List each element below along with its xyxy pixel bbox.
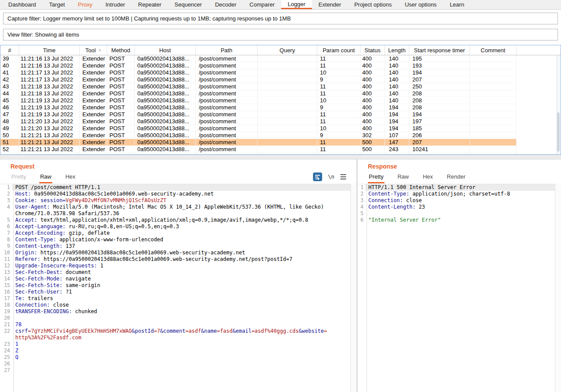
column-header-start-response-timer[interactable]: Start response timer [409,45,470,55]
log-row-50[interactable]: 5011:21:21 13 Jul 2022ExtenderPOST0a9500… [0,132,517,139]
log-row-47[interactable]: 4711:21:19 13 Jul 2022ExtenderPOST0a9500… [0,111,517,118]
capture-filter-bar[interactable]: Capture filter: Logger memory limit set … [3,13,558,24]
cell-time: 11:21:21 13 Jul 2022 [19,139,80,145]
request-tab-hex[interactable]: Hex [65,173,76,183]
cell-query [258,62,317,69]
log-row-51[interactable]: 5111:21:21 13 Jul 2022ExtenderPOST0a9500… [0,139,517,146]
main-tab-repeater[interactable]: Repeater [132,0,168,9]
log-row-52[interactable]: 5211:21:21 13 Jul 2022ExtenderPOST0a9500… [0,146,517,153]
response-title: Response [368,163,397,170]
view-filter-text: View filter: Showing all items [7,31,79,38]
line-number: 26 [0,361,12,367]
cell-start_response_timer: 193 [409,62,470,69]
main-tab-logger[interactable]: Logger [281,0,312,9]
cell-param_count: 9 [317,76,360,83]
log-row-49[interactable]: 4911:21:20 13 Jul 2022ExtenderPOST0a9500… [0,125,517,132]
response-tab-raw[interactable]: Raw [397,173,410,183]
log-row-48[interactable]: 4811:21:20 13 Jul 2022ExtenderPOST0a9500… [0,118,517,125]
request-editor-scrollbar[interactable] [350,184,357,392]
main-tab-proxy[interactable]: Proxy [71,0,99,9]
view-filter-bar[interactable]: View filter: Showing all items [3,29,558,41]
column-header-status[interactable]: Status [360,45,385,55]
cell-tool: Extender [80,118,107,125]
cell-time: 11:21:19 13 Jul 2022 [19,104,80,111]
cell-start_response_timer: 208 [409,97,470,104]
column-header-time[interactable]: Time [19,45,80,55]
response-panel: Response PrettyRawHexRender 1HTTP/1.1 50… [357,159,561,392]
column-header-param-count[interactable]: Param count [317,45,360,55]
request-panel: Request PrettyRawHex \n 1POST /post/comm… [0,159,357,392]
table-vertical-scrollbar[interactable] [556,55,560,154]
column-header-method[interactable]: Method [107,45,135,55]
log-row-46[interactable]: 4611:21:19 13 Jul 2022ExtenderPOST0a9500… [0,104,517,111]
cell-query [258,132,317,139]
request-line-15: 15Sec-Fetch-Site: same-origin [0,282,357,289]
request-tab-pretty[interactable]: Pretty [10,173,27,183]
editor-menu-icon[interactable] [340,174,346,179]
cell-comment [470,118,517,125]
log-row-39[interactable]: 3911:21:16 13 Jul 2022ExtenderPOST0a9500… [0,55,517,62]
response-tab-pretty[interactable]: Pretty [368,173,384,183]
cell-tool: Extender [80,83,107,90]
main-tab-learn[interactable]: Learn [443,0,471,9]
log-row-44[interactable]: 4411:21:18 13 Jul 2022ExtenderPOST0a9500… [0,90,517,97]
cell-query [258,83,317,90]
column-header-comment[interactable]: Comment [470,45,517,55]
cell-tool: Extender [80,90,107,97]
cell-param_count: 11 [317,62,360,69]
request-line-21: 2178 [0,321,357,328]
column-header-#[interactable]: # [0,45,19,55]
cell-param_count: 11 [317,111,360,118]
response-tab-render[interactable]: Render [446,173,466,183]
newline-toggle-icon[interactable]: \n [328,174,334,180]
log-row-43[interactable]: 4311:21:18 13 Jul 2022ExtenderPOST0a9500… [0,83,517,90]
main-tab-comparer[interactable]: Comparer [243,0,281,9]
response-line-3: 3Connection: close [357,197,561,204]
column-header-path[interactable]: Path [196,45,258,55]
request-line-text: User-Agent: Mozilla/5.0 (Macintosh; Inte… [12,204,330,217]
response-tab-hex[interactable]: Hex [422,173,434,183]
main-tab-project-options[interactable]: Project options [348,0,398,9]
column-header-query[interactable]: Query [258,45,317,55]
line-number: 3 [0,197,12,204]
response-line-text [365,210,561,217]
horizontal-splitter[interactable] [0,155,561,159]
line-number: 11 [0,256,12,263]
response-editor[interactable]: 1HTTP/1.1 500 Internal Server Error2Cont… [357,184,561,392]
main-tab-dashboard[interactable]: Dashboard [2,0,43,9]
pretty-print-icon[interactable] [313,172,322,181]
request-line-25: 25Q [0,354,357,361]
request-line-16: 16Sec-Fetch-User: ?1 [0,289,357,295]
main-tab-intruder[interactable]: Intruder [99,0,132,9]
main-tab-target[interactable]: Target [43,0,71,9]
cell-num: 49 [0,125,19,132]
log-row-40[interactable]: 4011:21:16 13 Jul 2022ExtenderPOST0a9500… [0,62,517,69]
column-header-length[interactable]: Length [385,45,409,55]
log-row-42[interactable]: 4211:21:17 13 Jul 2022ExtenderPOST0a9500… [0,76,517,83]
column-header-tool[interactable]: Tool∧ [80,45,107,55]
request-editor[interactable]: 1POST /post/comment HTTP/1.12Host: 0a950… [0,184,357,392]
cell-method: POST [107,132,135,139]
cell-param_count: 11 [317,90,360,97]
cell-time: 11:21:18 13 Jul 2022 [19,90,80,97]
table-scrollbar-thumb[interactable] [557,112,560,152]
cell-comment [470,69,517,76]
response-editor-scrollbar[interactable] [555,184,561,392]
cell-num: 41 [0,69,19,76]
main-tab-extender[interactable]: Extender [312,0,348,9]
line-number: 21 [0,321,12,328]
log-row-41[interactable]: 4111:21:17 13 Jul 2022ExtenderPOST0a9500… [0,69,517,76]
cell-tool: Extender [80,125,107,132]
column-header-host[interactable]: Host [135,45,196,55]
main-tab-sequencer[interactable]: Sequencer [168,0,208,9]
request-tab-raw[interactable]: Raw [39,173,52,183]
cell-path: /post/comment [196,97,258,104]
cell-tool: Extender [80,139,107,145]
main-tab-decoder[interactable]: Decoder [208,0,243,9]
log-row-45[interactable]: 4511:21:19 13 Jul 2022ExtenderPOST0a9500… [0,97,517,104]
cell-tool: Extender [80,104,107,111]
main-tab-user-options[interactable]: User options [398,0,443,9]
line-number: 12 [0,263,12,269]
cell-length: 140 [385,97,409,104]
cell-num: 46 [0,104,19,111]
